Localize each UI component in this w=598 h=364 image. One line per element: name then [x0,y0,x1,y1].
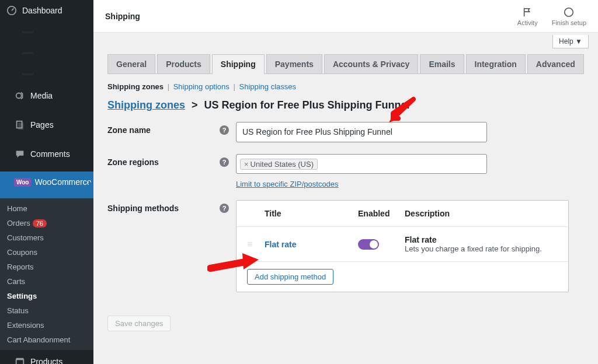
circle-icon [563,6,575,18]
dashboard-icon [6,5,18,16]
tab-products[interactable]: Products [157,54,210,74]
tab-advanced[interactable]: Advanced [527,54,584,74]
sidebar-item-woocommerce[interactable]: Woo WooCommerce [0,172,93,198]
help-tab[interactable]: Help ▼ [552,35,589,48]
top-bar: Shipping Activity Finish setup [93,0,598,33]
flag-icon [521,6,533,18]
tab-general[interactable]: General [107,54,155,74]
sidebar-item-hidden3[interactable]: ····· [0,63,93,84]
zip-postcodes-link[interactable]: Limit to specific ZIP/postcodes [236,180,339,188]
tab-emails[interactable]: Emails [420,54,464,74]
help-icon[interactable]: ? [220,204,229,213]
zone-regions-input[interactable]: × United States (US) [236,154,487,174]
zone-name-input[interactable] [236,122,487,142]
col-title: Title [265,209,358,218]
tab-payments[interactable]: Payments [266,54,322,74]
shipping-methods-label: Shipping methods ? [107,200,236,213]
admin-sidebar: Dashboard ····· ····· ····· Media Pages … [0,0,93,364]
sidebar-item-hidden2[interactable]: ····· [0,42,93,63]
sidebar-item-media[interactable]: Media [0,84,93,113]
breadcrumb-current: US Region for Free Plus Shipping Funnel [204,99,410,111]
sidebar-sub-coupons[interactable]: Coupons [0,245,93,260]
woo-icon: Woo [14,178,31,187]
page-title: Shipping [105,12,140,21]
shipping-method-row: ≡ Flat rate Flat rate Lets you charge a … [237,226,568,261]
sidebar-sub-customers[interactable]: Customers [0,230,93,245]
settings-tabs: General Products Shipping Payments Accou… [107,54,584,74]
sidebar-item-comments[interactable]: Comments [0,142,93,172]
sidebar-sub-status[interactable]: Status [0,303,93,318]
svg-rect-3 [18,123,23,130]
col-enabled: Enabled [358,209,405,218]
shipping-methods-table: Title Enabled Description ≡ Flat rate Fl… [236,200,569,292]
comments-icon [14,148,26,160]
breadcrumb: Shipping zones > US Region for Free Plus… [107,99,584,111]
sidebar-label-dashboard: Dashboard [22,6,62,15]
breadcrumb-zones-link[interactable]: Shipping zones [107,99,185,111]
tab-integration[interactable]: Integration [466,54,526,74]
zone-name-label: Zone name ? [107,122,236,135]
tab-shipping[interactable]: Shipping [212,54,265,74]
sidebar-sub-carts[interactable]: Carts [0,274,93,289]
chevron-right-icon: > [192,99,198,111]
close-icon[interactable]: × [244,160,249,169]
shipping-subtabs: Shipping zones | Shipping options | Ship… [107,79,584,99]
sidebar-label-pages: Pages [30,120,54,130]
subtab-options[interactable]: Shipping options [173,82,230,91]
save-changes-button[interactable]: Save changes [107,316,171,331]
subtab-zones[interactable]: Shipping zones [107,82,164,91]
help-icon[interactable]: ? [220,125,229,135]
zone-regions-label: Zone regions ? [107,154,236,167]
help-icon[interactable]: ? [220,158,229,167]
svg-rect-4 [16,359,24,364]
sidebar-label-woocommerce: WooCommerce [34,177,91,187]
sidebar-sub-settings[interactable]: Settings [0,289,93,303]
sidebar-item-hidden1[interactable]: ····· [0,21,93,42]
method-title-link[interactable]: Flat rate [265,240,296,249]
pages-icon [14,119,26,131]
add-shipping-method-button[interactable]: Add shipping method [247,269,333,285]
svg-rect-5 [16,358,24,360]
drag-handle-icon[interactable]: ≡ [247,239,265,250]
svg-point-1 [16,93,22,99]
tab-accounts[interactable]: Accounts & Privacy [324,54,419,74]
sidebar-label-comments: Comments [30,149,70,159]
sidebar-label-products: Products [30,357,62,364]
sidebar-item-pages[interactable]: Pages [0,113,93,142]
svg-point-6 [565,8,573,16]
method-description: Flat rate Lets you charge a fixed rate f… [405,235,558,253]
orders-count-badge: 76 [33,219,47,228]
region-tag[interactable]: × United States (US) [240,159,318,170]
media-icon [14,90,26,102]
finish-setup-button[interactable]: Finish setup [552,6,586,26]
sidebar-item-dashboard[interactable]: Dashboard [0,0,93,21]
sidebar-sub-home[interactable]: Home [0,201,93,216]
sidebar-sub-orders[interactable]: Orders76 [0,216,93,230]
sidebar-sub-extensions[interactable]: Extensions [0,318,93,332]
sidebar-sub-cart-abandonment[interactable]: Cart Abandonment [0,332,93,347]
sidebar-submenu-woocommerce: Home Orders76 Customers Coupons Reports … [0,198,93,350]
activity-button[interactable]: Activity [517,6,538,26]
sidebar-label-media: Media [30,91,53,100]
sidebar-item-products[interactable]: Products [0,350,93,364]
products-icon [14,356,26,364]
enabled-toggle[interactable] [358,239,379,250]
sidebar-sub-reports[interactable]: Reports [0,260,93,274]
content-area: Shipping Activity Finish setup Help ▼ [93,0,598,364]
subtab-classes[interactable]: Shipping classes [239,82,296,91]
col-description: Description [405,209,558,218]
